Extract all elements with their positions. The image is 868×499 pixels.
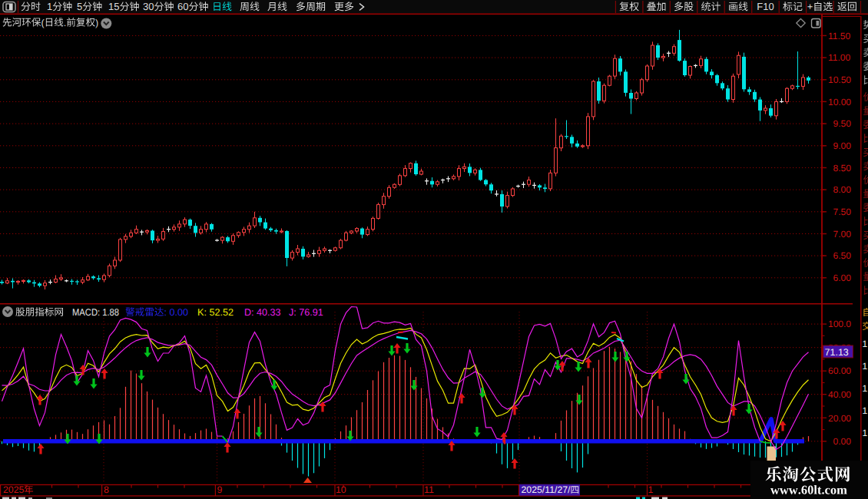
svg-text:2025/11/27/: 2025/11/27/ — [522, 484, 571, 495]
svg-text:10.50: 10.50 — [828, 74, 851, 85]
svg-text:15: 15 — [108, 1, 119, 12]
svg-text:10.00: 10.00 — [828, 97, 851, 107]
svg-text:7.50: 7.50 — [833, 207, 852, 217]
svg-text:6.50: 6.50 — [833, 250, 852, 261]
svg-text:9: 9 — [217, 484, 223, 495]
svg-text:1: 1 — [863, 339, 868, 349]
svg-text:60: 60 — [177, 1, 188, 12]
svg-text:7.00: 7.00 — [833, 229, 852, 240]
svg-text:6.00: 6.00 — [833, 273, 852, 283]
svg-text:1: 1 — [863, 428, 868, 438]
svg-text:J: 76.91: J: 76.91 — [289, 307, 323, 318]
svg-text:8.50: 8.50 — [833, 163, 852, 173]
svg-text:10: 10 — [336, 484, 346, 495]
svg-text:8.00: 8.00 — [833, 184, 852, 195]
svg-text:1: 1 — [863, 383, 868, 394]
svg-text:30: 30 — [143, 1, 154, 12]
svg-text:D: 40.33: D: 40.33 — [244, 307, 281, 318]
svg-text:K: 52.52: K: 52.52 — [197, 307, 234, 318]
svg-text:20.00: 20.00 — [828, 413, 851, 424]
svg-text:100.0: 100.0 — [828, 319, 851, 329]
svg-text:: 0.00: : 0.00 — [164, 307, 188, 318]
svg-text:(: ( — [41, 18, 45, 28]
svg-text:40.00: 40.00 — [828, 389, 851, 400]
svg-text:2025: 2025 — [3, 484, 25, 495]
svg-text:11.50: 11.50 — [828, 31, 850, 41]
svg-text:11: 11 — [424, 484, 434, 495]
svg-text:9.00: 9.00 — [833, 140, 852, 151]
svg-text:71.13: 71.13 — [825, 347, 849, 358]
svg-text:5: 5 — [77, 1, 82, 12]
svg-text:8: 8 — [104, 484, 109, 495]
svg-text:.: . — [64, 18, 67, 28]
svg-text:9.50: 9.50 — [833, 118, 852, 129]
svg-text:0.00: 0.00 — [833, 436, 852, 447]
svg-text:60.00: 60.00 — [828, 365, 851, 376]
svg-text:1: 1 — [47, 1, 52, 12]
svg-text:+: + — [807, 1, 813, 12]
svg-text:11.00: 11.00 — [828, 52, 850, 63]
svg-text:1: 1 — [863, 361, 868, 372]
svg-text:F10: F10 — [757, 1, 774, 12]
svg-text:1: 1 — [863, 405, 868, 416]
svg-text:): ) — [95, 18, 98, 28]
svg-text:MACD: 1.88: MACD: 1.88 — [72, 307, 119, 318]
svg-text:1: 1 — [648, 484, 654, 495]
